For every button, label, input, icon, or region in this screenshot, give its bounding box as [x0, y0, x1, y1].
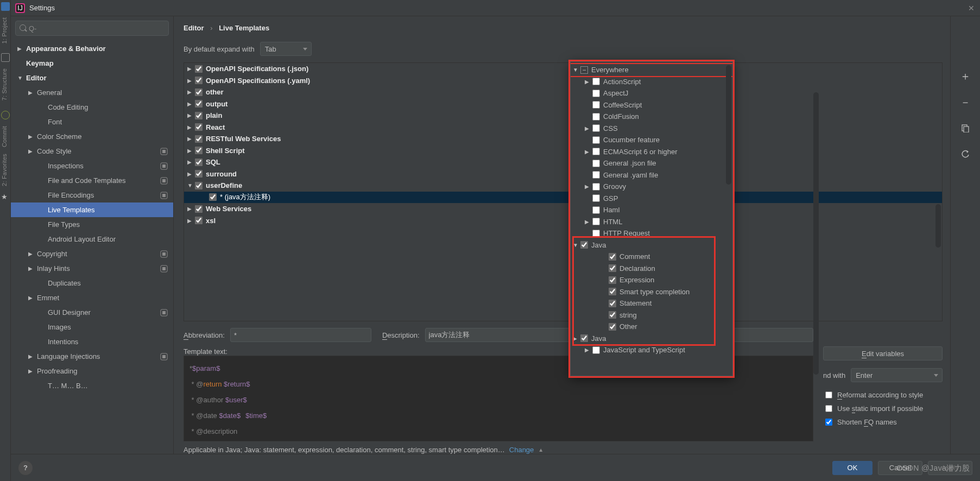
template-group-openapi-specifications-yaml-[interactable]: ▶OpenAPI Specifications (.yaml)	[184, 75, 942, 87]
expand-default-select[interactable]: Tab	[260, 42, 312, 56]
scope-other[interactable]: Other	[571, 321, 732, 333]
favorites-icon[interactable]: ★	[1, 193, 10, 201]
crumb-root[interactable]: Editor	[184, 24, 204, 32]
template-group-surround[interactable]: ▶surround	[184, 168, 942, 180]
sidebar-item-color-scheme[interactable]: ▶Color Scheme	[11, 129, 173, 144]
chevron-up-icon[interactable]: ▲	[538, 447, 543, 453]
project-badge-icon	[159, 308, 169, 318]
structure-icon[interactable]	[1, 53, 10, 62]
scope-http-request[interactable]: HTTP Request	[571, 227, 732, 239]
search-input[interactable]	[15, 21, 169, 36]
scope-css[interactable]: ▶CSS	[571, 123, 732, 135]
scope-declaration[interactable]: Declaration	[571, 263, 732, 275]
template-item[interactable]: * (java方法注释)	[184, 192, 942, 204]
breadcrumb: Editor › Live Templates	[184, 24, 943, 32]
scope-actionscript[interactable]: ▶ActionScript	[571, 76, 732, 88]
vtab-commit[interactable]: Commit	[0, 123, 9, 150]
sidebar-item-code-editing[interactable]: Code Editing	[11, 100, 173, 115]
sidebar-item-inlay-hints[interactable]: ▶Inlay Hints	[11, 261, 173, 276]
add-icon[interactable]: ＋	[960, 71, 971, 81]
popup-scrollbar[interactable]	[726, 65, 731, 185]
main-scrollbar[interactable]	[813, 92, 819, 375]
sidebar-item-gui-designer[interactable]: GUI Designer	[11, 305, 173, 320]
scope-java[interactable]: ▶Java	[571, 333, 732, 345]
svg-rect-14	[162, 267, 166, 270]
shorten-fq-checkbox[interactable]: Shorten FQ names	[823, 417, 943, 427]
help-button[interactable]: ?	[18, 461, 33, 475]
scope-coffeescript[interactable]: CoffeeScript	[571, 99, 732, 111]
sidebar-item-language-injections[interactable]: ▶Language Injections	[11, 349, 173, 364]
scope-html[interactable]: ▶HTML	[571, 216, 732, 228]
close-icon[interactable]: ✕	[968, 4, 975, 12]
scope-string[interactable]: string	[571, 309, 732, 321]
template-group-openapi-specifications-json-[interactable]: ▶OpenAPI Specifications (.json)	[184, 63, 942, 75]
scope-java[interactable]: ▼Java	[571, 239, 732, 251]
settings-tree[interactable]: ▶Appearance & BehaviorKeymap▼Editor▶Gene…	[11, 38, 173, 454]
sidebar-item-file-and-code-templates[interactable]: File and Code Templates	[11, 173, 173, 188]
scope-everywhere[interactable]: ▼ − Everywhere	[571, 64, 732, 76]
change-context-link[interactable]: Change	[509, 446, 534, 454]
context-popup[interactable]: ▼ − Everywhere ▶ActionScriptAspectJCoffe…	[570, 61, 733, 376]
scope-comment[interactable]: Comment	[571, 251, 732, 263]
scrollbar-thumb[interactable]	[935, 204, 941, 248]
settings-sidebar: ▶Appearance & BehaviorKeymap▼Editor▶Gene…	[11, 16, 174, 454]
sidebar-item-general[interactable]: ▶General	[11, 85, 173, 100]
expand-with-select[interactable]: Enter	[851, 368, 943, 382]
sidebar-item-images[interactable]: Images	[11, 320, 173, 334]
template-group-output[interactable]: ▶output	[184, 98, 942, 110]
sidebar-item-keymap[interactable]: Keymap	[11, 56, 173, 71]
sidebar-item-font[interactable]: Font	[11, 115, 173, 129]
svg-text:IJ: IJ	[17, 4, 23, 12]
vtab-favorites[interactable]: 2: Favorites	[0, 150, 9, 189]
sidebar-item-editor[interactable]: ▼Editor	[11, 71, 173, 85]
vtab-structure[interactable]: 7: Structure	[0, 65, 9, 104]
sidebar-item-duplicates[interactable]: Duplicates	[11, 276, 173, 290]
sidebar-item-live-templates[interactable]: Live Templates	[11, 202, 173, 217]
scope-general-json-file[interactable]: General .json file	[571, 157, 732, 169]
sidebar-item-android-layout-editor[interactable]: Android Layout Editor	[11, 232, 173, 246]
remove-icon[interactable]: －	[960, 97, 971, 107]
abbrev-input[interactable]	[230, 328, 371, 342]
sidebar-item-t-m-b-[interactable]: T… M… B…	[11, 378, 173, 393]
sidebar-item-inspections[interactable]: Inspections	[11, 159, 173, 173]
scope-aspectj[interactable]: AspectJ	[571, 87, 732, 99]
template-group-restful-web-services[interactable]: ▶RESTful Web Services	[184, 133, 942, 145]
template-group-shell-script[interactable]: ▶Shell Script	[184, 145, 942, 157]
scope-smart-type-completion[interactable]: Smart type completion	[571, 286, 732, 298]
sidebar-item-proofreading[interactable]: ▶Proofreading	[11, 364, 173, 378]
template-group-web-services[interactable]: ▶Web Services	[184, 203, 942, 215]
sidebar-item-file-types[interactable]: File Types	[11, 217, 173, 232]
sidebar-item-copyright[interactable]: ▶Copyright	[11, 246, 173, 261]
scope-ecmascript-6-or-higher[interactable]: ▶ECMAScript 6 or higher	[571, 146, 732, 158]
copy-icon[interactable]	[960, 123, 971, 134]
template-group-other[interactable]: ▶other	[184, 86, 942, 98]
sidebar-item-emmet[interactable]: ▶Emmet	[11, 290, 173, 305]
template-group-userdefine[interactable]: ▼userDefine	[184, 180, 942, 192]
scope-groovy[interactable]: ▶Groovy	[571, 181, 732, 193]
revert-icon[interactable]	[960, 149, 971, 160]
scope-haml[interactable]: Haml	[571, 204, 732, 216]
commit-icon[interactable]	[1, 111, 10, 119]
template-group-xsl[interactable]: ▶xsl	[184, 215, 942, 227]
template-group-react[interactable]: ▶React	[184, 122, 942, 134]
live-templates-list[interactable]: ▶OpenAPI Specifications (.json)▶OpenAPI …	[184, 62, 943, 321]
scope-expression[interactable]: Expression	[571, 274, 732, 286]
sidebar-item-code-style[interactable]: ▶Code Style	[11, 144, 173, 159]
sidebar-item-file-encodings[interactable]: File Encodings	[11, 188, 173, 202]
scope-cucumber-feature[interactable]: Cucumber feature	[571, 134, 732, 146]
edit-variables-button[interactable]: EEdit variablesdit variables	[823, 346, 943, 360]
scope-gsp[interactable]: GSP	[571, 193, 732, 205]
scope-general-yaml-file[interactable]: General .yaml file	[571, 169, 732, 181]
scope-javascript-and-typescript[interactable]: ▶JavaScript and TypeScript	[571, 344, 732, 356]
scope-coldfusion[interactable]: ColdFusion	[571, 111, 732, 123]
template-group-plain[interactable]: ▶plain	[184, 110, 942, 122]
sidebar-item-appearance-behavior[interactable]: ▶Appearance & Behavior	[11, 41, 173, 56]
reformat-checkbox[interactable]: Reformat according to style	[823, 390, 943, 400]
project-icon[interactable]	[1, 2, 10, 11]
scope-statement[interactable]: Statement	[571, 298, 732, 309]
vtab-project[interactable]: 1: Project	[0, 14, 9, 47]
ok-button[interactable]: OK	[832, 461, 872, 475]
sidebar-item-intentions[interactable]: Intentions	[11, 334, 173, 349]
template-group-sql[interactable]: ▶SQL	[184, 156, 942, 168]
static-import-checkbox[interactable]: Use static import if possible	[823, 403, 943, 414]
